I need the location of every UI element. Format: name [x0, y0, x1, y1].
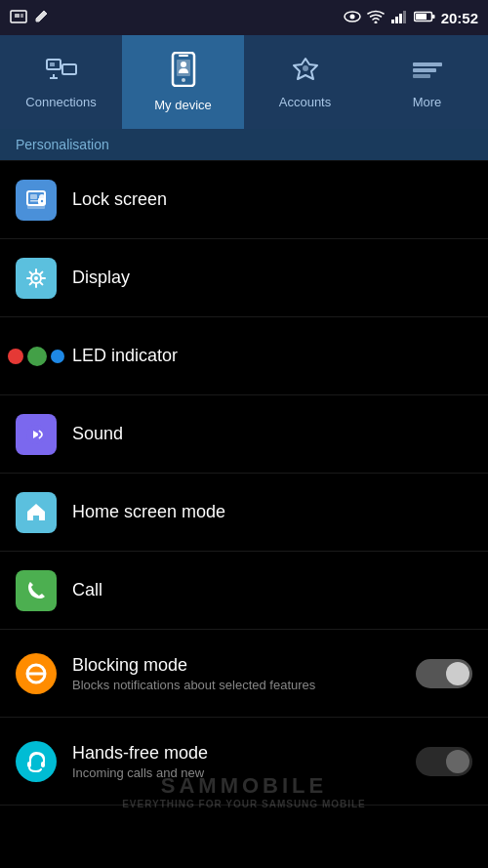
- svg-point-24: [303, 65, 308, 71]
- settings-item-led-indicator[interactable]: LED indicator: [0, 317, 488, 395]
- blocking-mode-toggle[interactable]: [416, 659, 472, 688]
- svg-point-5: [374, 21, 377, 23]
- settings-item-sound[interactable]: Sound: [0, 395, 488, 474]
- svg-rect-8: [399, 14, 402, 23]
- settings-item-blocking-mode[interactable]: Blocking mode Blocks notifications about…: [0, 630, 488, 718]
- sound-icon: [16, 414, 57, 455]
- edit-icon: [33, 9, 49, 27]
- handsfree-mode-text: Hands-free mode Incoming calls and new: [72, 743, 416, 780]
- section-label: Personalisation: [16, 137, 109, 152]
- lock-screen-text: Lock screen: [72, 189, 472, 210]
- handsfree-mode-toggle[interactable]: [416, 747, 472, 776]
- tab-more-label: More: [413, 95, 442, 109]
- led-indicator-title: LED indicator: [72, 346, 472, 366]
- settings-item-handsfree-mode[interactable]: Hands-free mode Incoming calls and new: [0, 718, 488, 806]
- handsfree-mode-icon: [16, 741, 57, 782]
- status-time: 20:52: [441, 10, 478, 26]
- call-text: Call: [72, 580, 472, 600]
- svg-line-41: [40, 282, 42, 284]
- settings-item-call[interactable]: Call: [0, 552, 488, 630]
- svg-rect-9: [403, 11, 406, 23]
- call-icon: [16, 570, 57, 611]
- svg-rect-1: [15, 14, 20, 18]
- svg-point-20: [182, 78, 185, 82]
- handsfree-mode-sub: Incoming calls and new: [72, 765, 416, 780]
- signal-icon: [390, 10, 408, 26]
- eye-icon: [344, 10, 361, 25]
- toggle-knob: [446, 662, 469, 685]
- wifi-icon: [367, 10, 385, 26]
- blocking-mode-icon: [16, 653, 57, 694]
- svg-rect-6: [391, 20, 394, 23]
- tab-accounts[interactable]: Accounts: [244, 35, 366, 129]
- svg-rect-14: [50, 62, 55, 66]
- svg-rect-31: [27, 205, 45, 209]
- blocking-mode-sub: Blocks notifications about selected feat…: [72, 678, 416, 692]
- svg-rect-27: [413, 74, 430, 78]
- blocking-mode-title: Blocking mode: [72, 655, 416, 676]
- settings-item-display[interactable]: Display: [0, 239, 488, 317]
- accounts-icon: [290, 55, 321, 89]
- led-indicator-text: LED indicator: [72, 346, 472, 366]
- svg-rect-25: [413, 62, 442, 66]
- status-right-icons: 20:52: [344, 10, 478, 26]
- display-text: Display: [72, 268, 472, 288]
- handsfree-mode-title: Hands-free mode: [72, 743, 416, 764]
- toggle-knob-2: [446, 750, 469, 773]
- svg-rect-26: [413, 68, 436, 72]
- status-bar: 20:52: [0, 0, 488, 35]
- screenshot-icon: [10, 9, 27, 27]
- display-icon: [16, 258, 57, 299]
- svg-rect-29: [30, 194, 37, 199]
- svg-line-43: [40, 271, 42, 273]
- home-screen-title: Home screen mode: [72, 502, 472, 522]
- svg-point-23: [181, 62, 186, 67]
- lock-screen-icon: [16, 180, 57, 221]
- tab-bar: Connections My device Accounts: [0, 35, 488, 129]
- blocking-mode-text: Blocking mode Blocks notifications about…: [72, 655, 416, 692]
- my-device-icon: [170, 52, 197, 92]
- svg-point-33: [41, 199, 43, 201]
- battery-icon: [414, 10, 435, 25]
- home-screen-text: Home screen mode: [72, 502, 472, 522]
- lock-screen-title: Lock screen: [72, 189, 472, 210]
- status-left-icons: [10, 9, 49, 27]
- svg-rect-49: [41, 762, 45, 767]
- svg-rect-45: [33, 516, 39, 520]
- svg-line-42: [30, 282, 32, 284]
- led-dot-green: [27, 347, 47, 366]
- more-icon: [411, 55, 444, 89]
- svg-rect-2: [20, 14, 23, 18]
- tab-connections-label: Connections: [25, 95, 96, 109]
- tab-more[interactable]: More: [366, 35, 488, 129]
- tab-accounts-label: Accounts: [279, 95, 331, 109]
- settings-list: Lock screen Display: [0, 161, 488, 806]
- display-title: Display: [72, 268, 472, 288]
- svg-rect-7: [395, 17, 398, 23]
- call-title: Call: [72, 580, 472, 600]
- sound-text: Sound: [72, 424, 472, 444]
- svg-line-40: [30, 271, 32, 273]
- svg-rect-12: [432, 15, 435, 19]
- led-indicator-icon: [16, 336, 57, 377]
- led-dot-blue: [51, 350, 64, 363]
- settings-item-home-screen-mode[interactable]: Home screen mode: [0, 474, 488, 552]
- sound-title: Sound: [72, 424, 472, 444]
- tab-connections[interactable]: Connections: [0, 35, 122, 129]
- tab-my-device[interactable]: My device: [122, 35, 244, 129]
- section-personalisation: Personalisation: [0, 129, 488, 161]
- svg-point-4: [349, 15, 354, 20]
- settings-item-lock-screen[interactable]: Lock screen: [0, 161, 488, 239]
- led-dot-red: [8, 349, 23, 364]
- svg-point-35: [34, 276, 38, 280]
- tab-my-device-label: My device: [154, 98, 212, 112]
- svg-rect-11: [416, 14, 427, 20]
- connections-icon: [45, 55, 78, 89]
- home-screen-icon: [16, 492, 57, 533]
- led-dots: [8, 347, 64, 366]
- svg-rect-15: [62, 64, 76, 74]
